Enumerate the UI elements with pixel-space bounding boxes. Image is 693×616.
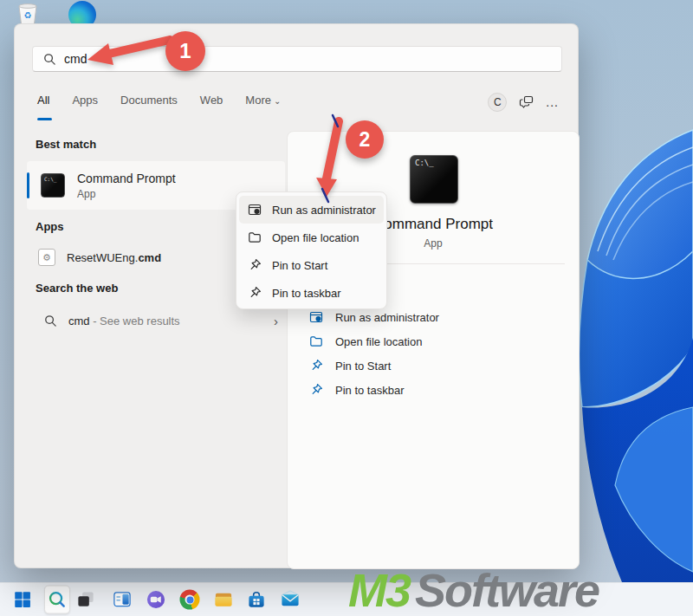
menu-item-pin-to-start[interactable]: Pin to Start — [239, 251, 384, 279]
pin-icon — [309, 383, 323, 397]
run-as-administrator-icon — [248, 203, 262, 217]
folder-icon — [309, 334, 323, 348]
search-input[interactable] — [64, 52, 532, 66]
menu-item-open-file-location[interactable]: Open file location — [239, 224, 384, 251]
search-taskbar-icon[interactable] — [48, 590, 68, 610]
menu-item-pin-to-taskbar[interactable]: Pin to taskbar — [239, 279, 384, 307]
section-best-match: Best match — [36, 138, 96, 151]
preview-action-open-file-location[interactable]: Open file location — [301, 329, 567, 353]
search-filter-tabs: All Apps Documents Web More⌄ — [37, 94, 281, 114]
feedback-icon[interactable] — [519, 95, 534, 109]
m3-software-watermark: M3Software — [348, 563, 599, 616]
tab-more[interactable]: More⌄ — [245, 94, 281, 114]
microsoft-store-icon[interactable] — [247, 590, 267, 610]
pin-icon — [309, 359, 323, 373]
pin-icon — [248, 286, 262, 300]
chevron-down-icon: ⌄ — [274, 96, 281, 106]
search-icon — [43, 53, 56, 66]
section-search-the-web: Search the web — [36, 282, 118, 295]
tab-web[interactable]: Web — [200, 94, 223, 114]
context-menu: Run as administrator Open file location … — [236, 191, 387, 309]
tab-documents[interactable]: Documents — [120, 94, 178, 114]
command-prompt-icon: C:\_ — [41, 173, 65, 198]
search-input-box[interactable] — [32, 46, 562, 72]
user-avatar[interactable]: C — [488, 93, 507, 112]
step-1-badge: 1 — [165, 31, 205, 71]
chevron-right-icon[interactable]: › — [274, 314, 278, 328]
chat-icon[interactable] — [146, 590, 166, 610]
preview-action-pin-to-taskbar[interactable]: Pin to taskbar — [301, 378, 567, 402]
cmd-file-icon: ⚙ — [38, 249, 55, 266]
section-apps: Apps — [36, 220, 64, 233]
mail-icon[interactable] — [281, 590, 301, 610]
tab-all[interactable]: All — [37, 94, 49, 114]
desktop: ♻ All Apps Documents Web More⌄ C ... Bes… — [0, 0, 693, 616]
step-2-badge: 2 — [346, 120, 384, 159]
selection-accent-bar — [27, 172, 29, 198]
pin-icon — [248, 258, 262, 272]
command-prompt-icon-large: C:\_ — [410, 155, 458, 204]
run-as-administrator-icon — [309, 310, 323, 324]
search-icon — [44, 314, 57, 327]
tab-apps[interactable]: Apps — [72, 94, 98, 114]
svg-text:♻: ♻ — [24, 10, 32, 20]
folder-icon — [248, 230, 262, 244]
start-button[interactable] — [14, 591, 32, 609]
result-type: App — [77, 188, 176, 200]
chrome-icon[interactable] — [180, 590, 200, 610]
more-options-button[interactable]: ... — [546, 98, 559, 107]
widgets-icon[interactable] — [113, 590, 133, 610]
result-title: Command Prompt — [77, 172, 176, 185]
task-view-icon[interactable] — [76, 590, 96, 610]
menu-item-run-as-administrator[interactable]: Run as administrator — [239, 196, 384, 224]
preview-action-pin-to-start[interactable]: Pin to Start — [301, 353, 567, 378]
file-explorer-icon[interactable] — [214, 590, 234, 610]
web-search-result[interactable]: cmd - See web results › — [27, 306, 285, 335]
